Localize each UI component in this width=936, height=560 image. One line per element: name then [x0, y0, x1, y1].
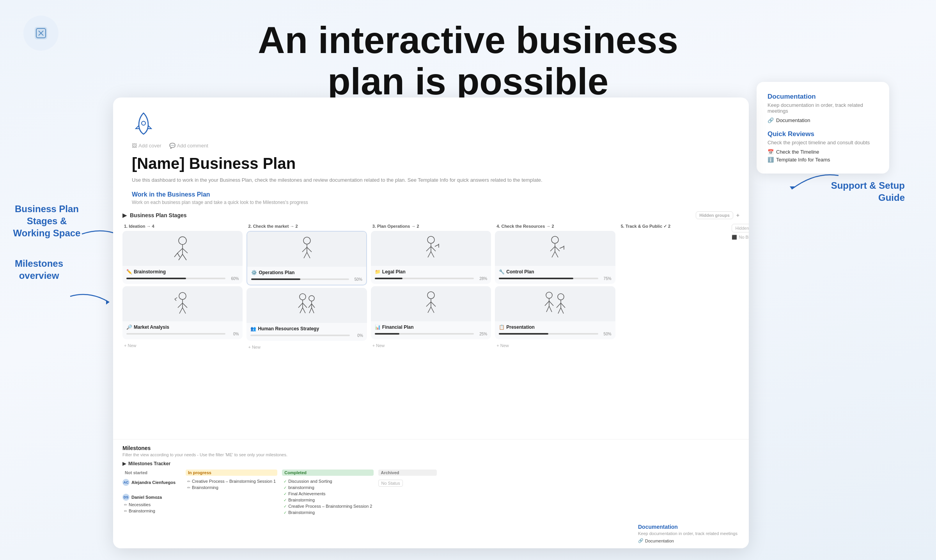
- people-icon-sm: 👥: [250, 326, 256, 331]
- daniel-task2: ✏ Brainstorming: [122, 508, 181, 514]
- milestone-col-inprogress: In progress ✏ Creative Process – Brainst…: [186, 470, 277, 516]
- card-presentation-body: 📋 Presentation 50%: [495, 321, 615, 339]
- link-icon-sm: 🔗: [638, 538, 644, 543]
- avatar-daniel: DS: [122, 494, 129, 501]
- card-brainstorming-img: [122, 231, 243, 266]
- stages-grid: 1. Ideation → 4: [113, 224, 749, 351]
- archived-header: Archived: [378, 470, 437, 476]
- check-icon1: ✓: [284, 479, 287, 484]
- card-hr-img: [246, 288, 367, 323]
- svg-point-64: [546, 292, 552, 298]
- add-card-market[interactable]: + New: [246, 343, 367, 351]
- svg-line-66: [545, 301, 549, 306]
- svg-line-32: [298, 303, 303, 308]
- card-legal-body: 📁 Legal Plan 28%: [371, 266, 491, 284]
- support-doc-desc: Keep documentation in order, track relat…: [768, 102, 878, 114]
- check-icon5: ✓: [284, 504, 287, 509]
- card-presentation-img: [495, 286, 615, 321]
- svg-line-23: [175, 298, 177, 299]
- comp-task1: ✓ Discussion and Sorting: [282, 478, 374, 484]
- pencil-icon2: ✏: [124, 509, 127, 513]
- ip-task1: ✏ Creative Process – Brainstorming Sessi…: [186, 478, 277, 484]
- bps-label: Business Plan Stages & Working Space: [8, 203, 86, 239]
- notstarted-header: Not started: [122, 470, 181, 476]
- add-comment-btn[interactable]: 💬 Add comment: [169, 143, 208, 149]
- kanban-icon: ▶: [122, 212, 127, 218]
- support-doc-link[interactable]: 🔗 Documentation: [768, 117, 878, 123]
- svg-marker-6: [106, 300, 109, 305]
- card-legal[interactable]: 📁 Legal Plan 28%: [371, 231, 491, 284]
- daniel-task1: ✏ Necessities: [122, 502, 181, 508]
- card-financial-img: [371, 286, 491, 321]
- tracker-icon: ▶: [122, 461, 126, 466]
- support-documentation: Documentation Keep documentation in orde…: [768, 93, 878, 123]
- svg-line-33: [303, 303, 307, 308]
- card-hr[interactable]: 👥 Human Resources Strategy 0%: [246, 288, 367, 341]
- person-alejandra: AC Alejandra Cienfuegos: [122, 478, 181, 487]
- card-financial-title: 📊 Financial Plan: [375, 324, 487, 330]
- add-col-btn[interactable]: +: [736, 212, 739, 218]
- support-timeline-link[interactable]: 📅 Check the Timeline: [768, 149, 878, 155]
- check-icon3: ✓: [284, 492, 287, 496]
- card-control-title: 🔧 Control Plan: [499, 269, 611, 275]
- support-doc-title: Documentation: [768, 93, 878, 101]
- svg-line-40: [309, 308, 312, 313]
- col-header-market: 2. Check the market → 2: [246, 224, 367, 229]
- card-financial[interactable]: 📊 Financial Plan 25%: [371, 286, 491, 339]
- stage-col-resources: 4. Check the Resources → 2: [495, 224, 615, 351]
- milestones-section: Milestones Filter the view according to …: [113, 439, 749, 548]
- svg-line-41: [312, 308, 314, 313]
- card-brainstorming[interactable]: ✏️ Brainstorming 60%: [122, 231, 243, 284]
- doc-bottom-link[interactable]: 🔗 Documentation: [638, 538, 739, 543]
- svg-point-16: [179, 292, 186, 299]
- svg-line-53: [431, 302, 436, 307]
- comp-task4: ✓ Brainstorming: [282, 497, 374, 503]
- search-icon-sm: 🔎: [126, 324, 132, 330]
- svg-point-42: [427, 236, 434, 243]
- svg-line-58: [550, 246, 555, 251]
- svg-line-27: [307, 247, 312, 252]
- svg-line-28: [304, 252, 307, 258]
- svg-line-46: [428, 252, 431, 257]
- work-section-label: Work in the Business Plan: [132, 191, 730, 198]
- svg-line-72: [557, 303, 561, 308]
- doc-bottom-desc: Keep documentation in order, track relat…: [638, 531, 739, 536]
- card-ops-body: ⚙️ Operations Plan 50%: [247, 267, 366, 285]
- svg-point-7: [142, 121, 145, 125]
- stage-col-planops: 3. Plan Operations → 2: [371, 224, 491, 351]
- card-presentation[interactable]: 📋 Presentation 50%: [495, 286, 615, 339]
- card-market-title: 🔎 Market Analysis: [126, 324, 239, 330]
- stage-col-ideation: 1. Ideation → 4: [122, 224, 243, 351]
- tracker-header: ▶ Milestones Tracker: [122, 461, 739, 466]
- hidden-groups-side: Hidden groups ⬛ No Block 0: [732, 224, 749, 240]
- page-wrapper: An interactive business plan is possible…: [0, 0, 936, 560]
- add-card-resources[interactable]: + New: [495, 342, 615, 349]
- svg-line-14: [174, 253, 177, 257]
- svg-line-73: [561, 303, 565, 308]
- card-market-analysis[interactable]: 🔎 Market Analysis 0%: [122, 286, 243, 339]
- add-card-ideation[interactable]: + New: [122, 342, 243, 349]
- svg-line-35: [303, 308, 305, 313]
- svg-line-75: [561, 308, 564, 314]
- card-brainstorming-title: ✏️ Brainstorming: [126, 269, 239, 275]
- svg-line-68: [546, 306, 549, 312]
- comp-task3: ✓ Final Achievements: [282, 491, 374, 497]
- add-cover-btn[interactable]: 🖼 Add cover: [132, 143, 161, 149]
- svg-line-26: [302, 247, 307, 252]
- svg-point-8: [179, 237, 186, 245]
- card-brainstorming-progress: 60%: [126, 276, 239, 281]
- inprogress-header: In progress: [186, 470, 277, 476]
- support-box: Documentation Keep documentation in orde…: [757, 82, 889, 174]
- block-icon: ⬛: [732, 235, 737, 240]
- col-header-planops: 3. Plan Operations → 2: [371, 224, 491, 229]
- person-daniel: DS Daniel Somoza: [122, 493, 181, 502]
- svg-line-69: [549, 306, 552, 312]
- check-icon6: ✓: [284, 510, 287, 515]
- svg-line-74: [558, 308, 561, 314]
- support-template-link[interactable]: ℹ️ Template Info for Teams: [768, 156, 878, 163]
- card-operations-plan[interactable]: ⚙️ Operations Plan 50%: [246, 231, 367, 285]
- calendar-icon: 📅: [768, 149, 774, 155]
- add-card-planops[interactable]: + New: [371, 342, 491, 349]
- svg-line-12: [179, 254, 183, 260]
- card-control[interactable]: 🔧 Control Plan 75%: [495, 231, 615, 284]
